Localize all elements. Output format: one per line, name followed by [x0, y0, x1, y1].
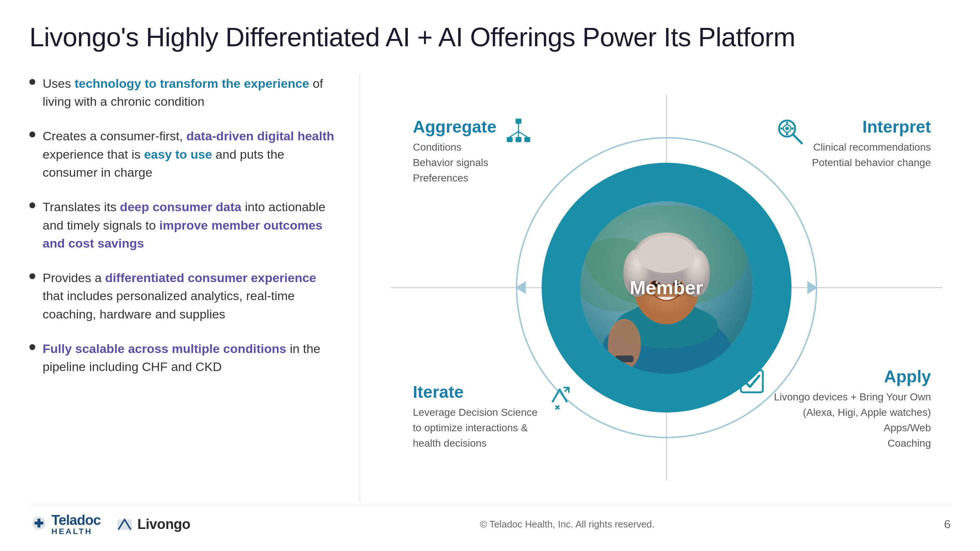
iterate-details: Leverage Decision Science to optimize in… [413, 405, 538, 451]
svg-point-12 [651, 281, 660, 287]
highlight-data-driven: data-driven digital health [186, 129, 334, 143]
aggregate-text: Aggregate Conditions Behavior signals Pr… [413, 117, 496, 186]
logo-livongo: Livongo [115, 516, 190, 533]
quad-iterate: Iterate Leverage Decision Science to opt… [413, 382, 574, 451]
apply-title: Apply [774, 367, 931, 386]
bullet-dot [29, 79, 35, 85]
member-photo [580, 201, 753, 374]
apply-details: Livongo devices + Bring Your Own (Alexa,… [774, 389, 931, 451]
interpret-icon [775, 117, 805, 146]
bullet-dot [29, 273, 35, 279]
apply-detail-3: Apps/Web [774, 420, 931, 436]
svg-point-28 [785, 127, 789, 130]
svg-line-33 [793, 135, 802, 143]
bullet-item-5: Fully scalable across multiple condition… [29, 340, 337, 376]
apply-text: Apply Livongo devices + Bring Your Own (… [774, 367, 931, 451]
interpret-title: Interpret [812, 117, 931, 137]
left-panel: Uses technology to transform the experie… [29, 75, 360, 501]
highlight-outcomes: improve member outcomes and cost savings [43, 218, 323, 250]
quad-interpret: Interpret Clinical recommendations Poten… [775, 117, 931, 170]
slide-title: Livongo's Highly Differentiated AI + AI … [29, 22, 951, 52]
iterate-detail-3: health decisions [413, 436, 538, 451]
svg-rect-19 [507, 137, 512, 142]
teladoc-logo-icon [29, 516, 48, 534]
bullet-item-3: Translates its deep consumer data into a… [29, 198, 337, 252]
iterate-text: Iterate Leverage Decision Science to opt… [413, 382, 538, 451]
interpret-detail-1: Clinical recommendations [812, 140, 931, 155]
svg-line-25 [519, 132, 527, 137]
apply-detail-2: (Alexa, Higi, Apple watches) [774, 405, 931, 420]
bullet-item-4: Provides a differentiated consumer exper… [29, 269, 337, 323]
svg-rect-29 [786, 122, 788, 124]
livongo-name: Livongo [137, 516, 190, 532]
bullet-list: Uses technology to transform the experie… [29, 75, 337, 376]
footer-logos: Teladoc HEALTH Livongo [29, 513, 190, 536]
aggregate-detail-3: Preferences [413, 170, 496, 186]
bullet-item-1: Uses technology to transform the experie… [29, 75, 337, 111]
apply-icon [737, 367, 767, 396]
svg-point-13 [673, 281, 682, 287]
aggregate-detail-1: Conditions [413, 140, 496, 155]
teladoc-name: Teladoc [51, 513, 101, 528]
bullet-dot [29, 202, 35, 208]
interpret-text: Interpret Clinical recommendations Poten… [812, 117, 931, 170]
arrow-right-icon [807, 281, 818, 294]
svg-rect-31 [781, 127, 783, 130]
svg-line-23 [510, 132, 519, 137]
footer-copyright: © Teladoc Health, Inc. All rights reserv… [480, 519, 654, 530]
logo-teladoc: Teladoc HEALTH [29, 513, 101, 536]
aggregate-detail-2: Behavior signals [413, 155, 496, 170]
aggregate-title: Aggregate [413, 117, 496, 137]
svg-point-15 [678, 281, 681, 284]
aggregate-details: Conditions Behavior signals Preferences [413, 140, 496, 186]
svg-rect-39 [35, 522, 43, 524]
apply-detail-4: Coaching [774, 436, 931, 451]
apply-detail-1: Livongo devices + Bring Your Own [774, 389, 931, 405]
highlight-easy: easy to use [144, 147, 212, 161]
arrow-left-icon [515, 281, 526, 294]
bullet-item-2: Creates a consumer-first, data-driven di… [29, 127, 337, 181]
svg-point-11 [637, 236, 696, 273]
diagram: Member Aggregate Conditions Behavior sig… [391, 95, 942, 481]
svg-rect-32 [792, 127, 794, 130]
svg-rect-30 [786, 133, 788, 135]
aggregate-icon [504, 117, 533, 146]
iterate-detail-2: to optimize interactions & [413, 420, 538, 436]
highlight-tech: technology to transform the experience [75, 76, 309, 91]
bullet-text-1: Uses technology to transform the experie… [43, 75, 337, 111]
svg-rect-21 [524, 137, 530, 142]
svg-rect-18 [515, 119, 522, 124]
bullet-text-3: Translates its deep consumer data into a… [43, 198, 337, 252]
content-area: Uses technology to transform the experie… [29, 75, 951, 501]
livongo-logo-icon [115, 516, 134, 533]
bullet-dot [29, 132, 35, 137]
interpret-detail-2: Potential behavior change [812, 155, 931, 170]
iterate-title: Iterate [413, 382, 538, 402]
footer: Teladoc HEALTH Livongo © Teladoc Health,… [29, 505, 951, 536]
slide: Livongo's Highly Differentiated AI + AI … [0, 0, 980, 551]
right-panel: Member Aggregate Conditions Behavior sig… [360, 75, 951, 501]
svg-rect-36 [741, 370, 763, 392]
quad-apply: Apply Livongo devices + Bring Your Own (… [737, 367, 931, 451]
footer-page-number: 6 [944, 518, 951, 531]
highlight-differentiated: differentiated consumer experience [105, 271, 316, 285]
highlight-scalable: Fully scalable across multiple condition… [43, 341, 286, 356]
bullet-text-2: Creates a consumer-first, data-driven di… [43, 127, 337, 181]
svg-rect-20 [515, 137, 522, 142]
highlight-deep-data: deep consumer data [120, 200, 242, 214]
quad-aggregate: Aggregate Conditions Behavior signals Pr… [413, 117, 533, 186]
interpret-details: Clinical recommendations Potential behav… [812, 140, 931, 170]
svg-point-14 [655, 281, 659, 284]
bullet-dot [29, 344, 35, 350]
iterate-detail-1: Leverage Decision Science [413, 405, 538, 420]
bullet-text-4: Provides a differentiated consumer exper… [43, 269, 337, 323]
bullet-text-5: Fully scalable across multiple condition… [43, 340, 337, 376]
iterate-icon [545, 382, 574, 411]
